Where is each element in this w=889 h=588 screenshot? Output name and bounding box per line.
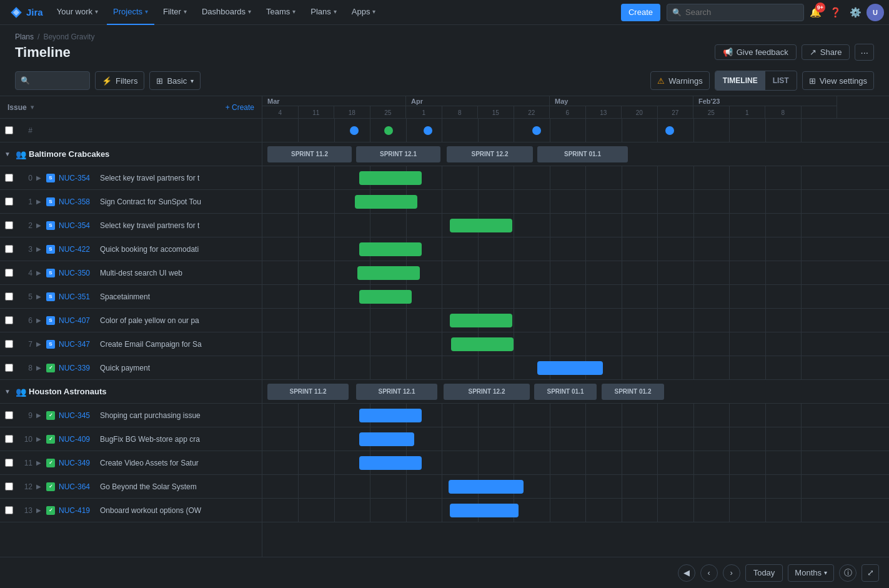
nav-dashboards[interactable]: Dashboards ▾ [196,0,257,25]
issue-key[interactable]: NUC-358 [56,197,100,206]
task-bar[interactable] [359,409,422,422]
task-bar[interactable] [451,337,514,351]
task-bar[interactable] [355,195,417,209]
row-checkbox[interactable] [5,174,13,182]
nav-back-button[interactable]: ◀ [678,564,695,582]
nav-apps[interactable]: Apps ▾ [345,0,382,25]
table-row[interactable]: 3 ▶ S NUC-422 Quick booking for accomoda… [0,237,262,261]
expand-icon[interactable]: ▶ [32,341,45,347]
table-row[interactable]: 0 ▶ S NUC-354 Select key travel partners… [0,166,262,190]
notifications-button[interactable]: 🔔 9+ [807,4,824,21]
table-row[interactable]: 13 ▶ ✓ NUC-419 Onboard workout options (… [0,499,262,522]
nav-plans[interactable]: Plans ▾ [304,0,343,25]
more-actions-button[interactable]: ··· [855,44,874,61]
nav-filter[interactable]: Filter ▾ [157,0,193,25]
view-settings-button[interactable]: ⊞ View settings [802,71,874,90]
row-checkbox[interactable] [5,364,13,372]
task-bar[interactable] [359,290,412,304]
tab-list[interactable]: LIST [765,71,797,90]
group-row-baltimore[interactable]: ▼ 👥 Baltimore Crabcakes [0,142,262,166]
row-checkbox[interactable] [5,411,13,419]
expand-icon[interactable]: ▶ [32,317,45,324]
row-checkbox[interactable] [5,316,13,324]
table-row[interactable]: 7 ▶ S NUC-347 Create Email Campaign for … [0,332,262,356]
avatar[interactable]: U [867,4,884,21]
task-bar[interactable] [359,171,422,185]
create-button[interactable]: Create [621,4,660,21]
task-bar[interactable] [450,219,512,232]
expand-icon[interactable]: ▶ [32,436,45,442]
issue-key[interactable]: NUC-364 [56,482,100,491]
warnings-button[interactable]: ⚠ Warnings [650,71,709,90]
table-row[interactable]: 9 ▶ ✓ NUC-345 Shoping cart purchasing is… [0,404,262,427]
task-bar[interactable] [450,314,512,327]
task-bar[interactable] [449,480,524,494]
row-checkbox[interactable] [5,245,13,253]
nav-teams[interactable]: Teams ▾ [260,0,302,25]
task-bar[interactable] [537,361,603,375]
search-bar[interactable]: 🔍 [667,4,804,21]
task-bar[interactable] [359,242,422,256]
issue-key[interactable]: NUC-347 [56,340,100,349]
table-row[interactable]: 8 ▶ ✓ NUC-339 Quick payment [0,356,262,380]
row-checkbox[interactable] [5,197,13,206]
expand-icon[interactable]: ▶ [32,459,45,466]
table-row[interactable]: 11 ▶ ✓ NUC-349 Create Video Assets for S… [0,451,262,475]
table-row[interactable]: 5 ▶ S NUC-351 Spacetainment [0,285,262,309]
months-selector[interactable]: Months ▾ [788,564,834,582]
issue-key[interactable]: NUC-419 [56,506,100,515]
expand-all-button[interactable]: ⤢ [862,564,879,582]
row-checkbox[interactable] [5,506,13,514]
group-row-houston[interactable]: ▼ 👥 Houston Astronauts [0,380,262,404]
expand-icon[interactable]: ▶ [32,364,45,371]
basic-button[interactable]: ⊞ Basic ▾ [149,71,201,90]
nav-prev-button[interactable]: ‹ [700,564,718,582]
nav-your-work[interactable]: Your work ▾ [51,0,104,25]
table-row[interactable]: 12 ▶ ✓ NUC-364 Go Beyond the Solar Syste… [0,475,262,499]
expand-icon[interactable]: ▶ [32,246,45,252]
row-checkbox[interactable] [5,482,13,491]
issue-key[interactable]: NUC-409 [56,435,100,444]
share-button[interactable]: ↗ Share [802,44,850,60]
expand-icon[interactable]: ▶ [32,269,45,276]
issue-key[interactable]: NUC-422 [56,245,100,254]
table-row[interactable]: 10 ▶ ✓ NUC-409 BugFix BG Web-store app c… [0,427,262,451]
row-checkbox[interactable] [5,459,13,467]
create-issue-button[interactable]: + Create [226,103,254,112]
expand-icon[interactable]: ▶ [32,293,45,300]
nav-projects[interactable]: Projects ▾ [107,0,154,25]
row-checkbox[interactable] [5,221,13,229]
tab-timeline[interactable]: TIMELINE [715,71,765,90]
breadcrumb-plans[interactable]: Plans [15,32,34,41]
expand-icon[interactable]: ▶ [32,198,45,205]
table-row[interactable]: 1 ▶ S NUC-358 Sign Contract for SunSpot … [0,190,262,214]
issue-key[interactable]: NUC-351 [56,292,100,301]
issue-key[interactable]: NUC-349 [56,459,100,467]
search-input[interactable] [685,7,798,17]
table-row[interactable]: 4 ▶ S NUC-350 Multi-dest search UI web [0,261,262,285]
help-button[interactable]: ❓ [827,4,844,21]
info-button[interactable]: ⓘ [839,564,857,582]
table-row[interactable]: 2 ▶ S NUC-354 Select key travel partners… [0,214,262,237]
table-row[interactable]: 6 ▶ S NUC-407 Color of pale yellow on ou… [0,309,262,332]
row-checkbox[interactable] [5,269,13,277]
expand-icon[interactable]: ▶ [32,222,45,229]
issue-key[interactable]: NUC-345 [56,411,100,420]
give-feedback-button[interactable]: 📢 Give feedback [715,44,797,60]
expand-icon[interactable]: ▶ [32,174,45,181]
row-checkbox[interactable] [5,292,13,301]
issue-key[interactable]: NUC-407 [56,316,100,325]
nav-next-button[interactable]: › [723,564,740,582]
milestone-checkbox[interactable] [5,126,13,134]
task-bar[interactable] [357,266,420,280]
task-bar[interactable] [450,504,519,517]
task-bar[interactable] [359,456,422,470]
expand-icon[interactable]: ▶ [32,507,45,514]
expand-icon[interactable]: ▶ [32,483,45,490]
toolbar-search[interactable]: 🔍 [15,71,90,90]
issue-key[interactable]: NUC-354 [56,221,100,230]
toolbar-search-input[interactable] [34,76,84,86]
issue-key[interactable]: NUC-339 [56,364,100,372]
task-bar[interactable] [359,432,414,446]
row-checkbox[interactable] [5,340,13,348]
